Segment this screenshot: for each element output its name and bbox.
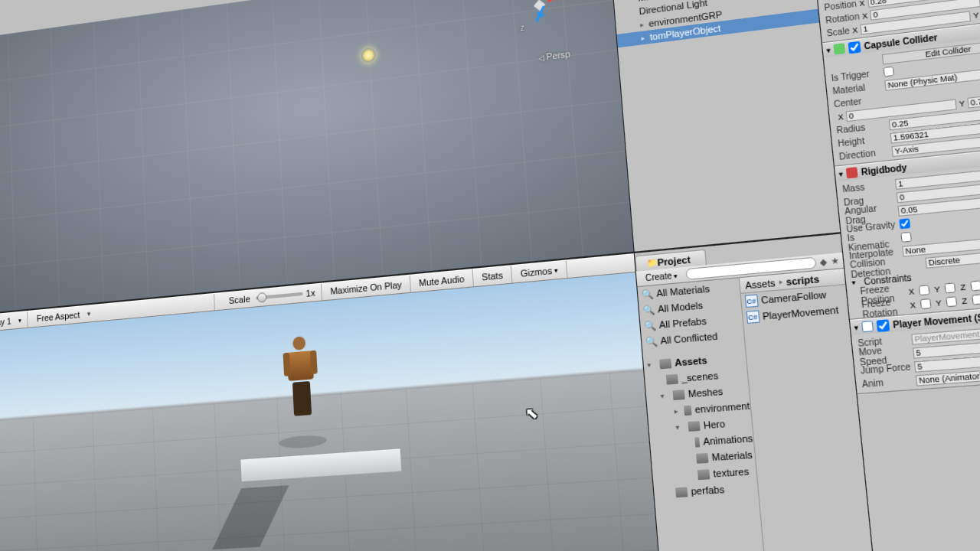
freeze-rot-x[interactable] [920,298,932,309]
freeze-rot-z[interactable] [972,294,980,305]
player-character [282,335,322,430]
projection-label[interactable]: Persp [537,49,570,63]
freeze-pos-z[interactable] [970,280,980,291]
folder-icon [697,469,710,480]
scale-label: Scale [826,26,850,38]
folder-icon [696,452,708,463]
rigidbody-icon [846,167,858,178]
folder-icon [672,390,684,400]
project-tab[interactable]: Project [657,254,691,268]
direction-label: Direction [838,147,890,162]
freeze-rot-y[interactable] [946,296,957,307]
folder-icon [666,373,678,384]
script-icon [861,321,874,332]
gravity-checkbox[interactable] [899,218,910,229]
trigger-checkbox[interactable] [883,66,894,77]
hierarchy-tree[interactable]: ▾ testScene01* Main Camera Directional L… [612,0,841,252]
cursor-icon: ⬉ [524,403,539,423]
scale-slider[interactable] [256,292,303,300]
breadcrumb-item[interactable]: Assets [745,277,776,290]
kinematic-checkbox[interactable] [900,232,912,243]
orientation-gizmo[interactable]: y x z [510,0,573,39]
project-panel: 📁 Project Create ◆ ★ All Materials All M… [635,233,874,551]
folder-icon [683,405,691,416]
scale-label: Scale [220,294,253,307]
stats-toggle[interactable]: Stats [473,266,513,286]
anim-label: Anim [861,376,913,390]
csharp-icon: C# [744,295,758,308]
folder-icon [659,358,671,369]
gizmo-x-axis-icon[interactable] [547,0,564,2]
breadcrumb-item[interactable]: scripts [786,273,820,287]
hierarchy-panel: Hierarchy Create ▾ testScene01* Main Cam… [610,0,841,253]
folder-icon [688,420,700,431]
folder-icon [675,487,688,497]
project-save-icon[interactable]: ★ [831,256,840,266]
light-gizmo-icon [361,47,376,64]
scale-value: 1x [305,288,315,298]
expand-arrow-icon[interactable]: ▸ [640,20,649,28]
freeze-pos-y[interactable] [944,282,956,293]
expand-arrow-icon[interactable]: ▸ [641,33,650,41]
project-filter-icon[interactable]: ◆ [819,256,828,267]
script-enable-checkbox[interactable] [877,319,890,332]
freeze-pos-x[interactable] [919,285,930,295]
collider-icon [833,43,845,54]
collider-enable-checkbox[interactable] [848,41,861,54]
project-create-button[interactable]: Create [640,269,684,285]
capsule-collider-component: ▾Capsule Collider Edit Collider Is Trigg… [822,19,980,166]
display-label: Display 1 [0,316,11,328]
gizmo-z-label: z [520,23,524,32]
rigidbody-component: ▾Rigidbody Mass Drag Angular Drag Use Gr… [835,146,980,320]
folder-icon [694,437,700,447]
csharp-icon: C# [746,310,760,324]
chevron-right-icon: ▸ [779,278,783,286]
